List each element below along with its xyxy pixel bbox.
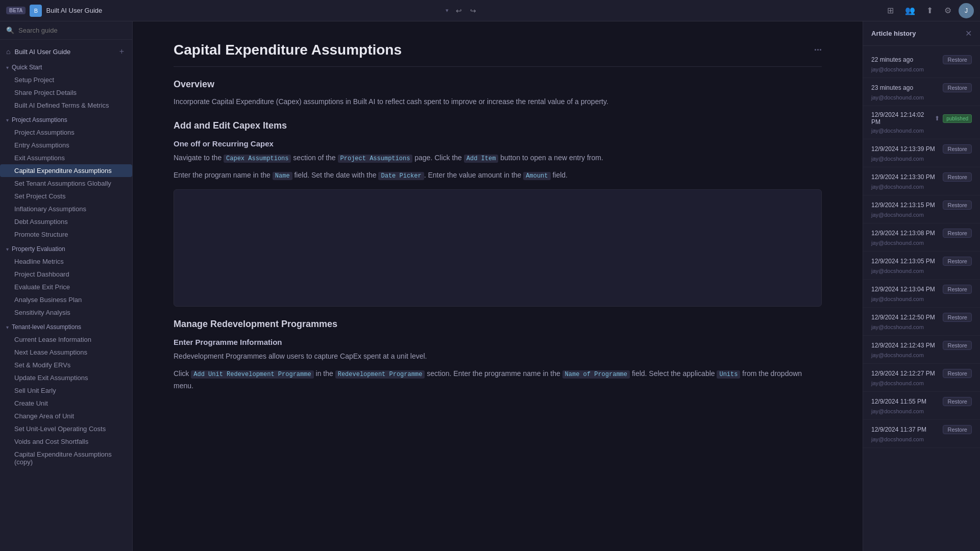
sidebar-item-setup-project[interactable]: Setup Project <box>0 73 132 86</box>
sidebar-item-change-area[interactable]: Change Area of Unit <box>0 410 132 422</box>
sidebar-item-project-dashboard[interactable]: Project Dashboard <box>0 268 132 281</box>
sidebar-home[interactable]: ⌂ Built AI User Guide + <box>0 44 132 59</box>
history-item-top: 12/9/2024 12:13:04 PMRestore <box>871 285 972 294</box>
published-badge: published <box>943 114 972 123</box>
history-timestamp: 12/9/2024 12:12:43 PM <box>871 342 935 349</box>
history-timestamp: 12/9/2024 12:13:15 PM <box>871 202 935 209</box>
sidebar-item-set-tenant-assumptions[interactable]: Set Tenant Assumptions Globally <box>0 177 132 190</box>
history-user: jay@docshound.com <box>871 184 972 190</box>
overview-text: Incorporate Capital Expenditure (Capex) … <box>174 96 822 108</box>
sidebar-item-headline-metrics[interactable]: Headline Metrics <box>0 255 132 268</box>
sidebar-item-inflationary-assumptions[interactable]: Inflationary Assumptions <box>0 203 132 215</box>
user-avatar[interactable]: J <box>959 3 974 18</box>
sidebar-home-label: Built AI User Guide <box>14 48 113 56</box>
history-user: jay@docshound.com <box>871 296 972 302</box>
history-item: 22 minutes agoRestorejay@docshound.com <box>863 50 980 78</box>
sidebar-item-voids-shortfalls[interactable]: Voids and Cost Shortfalls <box>0 435 132 448</box>
overview-heading: Overview <box>174 79 822 90</box>
sidebar-item-project-assumptions[interactable]: Project Assumptions <box>0 126 132 139</box>
one-off-para2: Enter the program name in the Name field… <box>174 169 822 182</box>
doc-icon: B <box>30 5 42 17</box>
sidebar-item-evaluate-exit-price[interactable]: Evaluate Exit Price <box>0 281 132 293</box>
history-item-top: 12/9/2024 12:13:30 PMRestore <box>871 172 972 182</box>
history-header: Article history ✕ <box>863 21 980 46</box>
restore-button[interactable]: Restore <box>943 144 972 154</box>
article-title-text: Capital Expenditure Assumptions <box>174 42 402 58</box>
restore-button[interactable]: Restore <box>943 313 972 322</box>
restore-button[interactable]: Restore <box>943 341 972 350</box>
section-quick-start-header[interactable]: ▾ Quick Start <box>0 61 132 73</box>
history-timestamp: 12/9/2024 12:13:08 PM <box>871 230 935 237</box>
history-item: 12/9/2024 12:12:27 PMRestorejay@docshoun… <box>863 364 980 392</box>
section-property-evaluation-header[interactable]: ▾ Property Evaluation <box>0 243 132 255</box>
history-title: Article history <box>871 30 916 37</box>
history-item-top: 12/9/2024 12:12:50 PMRestore <box>871 313 972 322</box>
restore-button[interactable]: Restore <box>943 397 972 406</box>
undo-button[interactable]: ↩ <box>453 5 465 17</box>
sidebar-item-update-exit[interactable]: Update Exit Assumptions <box>0 371 132 384</box>
history-user: jay@docshound.com <box>871 436 972 442</box>
restore-button[interactable]: Restore <box>943 369 972 378</box>
section-tenant-assumptions-header[interactable]: ▾ Tenant-level Assumptions <box>0 321 132 333</box>
sidebar-item-capex-copy[interactable]: Capital Expenditure Assumptions (copy) <box>0 448 132 468</box>
history-close-button[interactable]: ✕ <box>965 29 972 38</box>
restore-button[interactable]: Restore <box>943 257 972 266</box>
history-item-top: 12/9/2024 12:13:39 PMRestore <box>871 144 972 154</box>
history-item: 12/9/2024 12:13:05 PMRestorejay@docshoun… <box>863 252 980 280</box>
restore-button[interactable]: Restore <box>943 285 972 294</box>
restore-button[interactable]: Restore <box>943 83 972 92</box>
sidebar-item-set-modify-ervs[interactable]: Set & Modify ERVs <box>0 359 132 371</box>
grid-button[interactable]: ⊞ <box>883 4 898 17</box>
history-user: jay@docshound.com <box>871 66 972 72</box>
project-assumptions-code: Project Assumptions <box>338 155 413 163</box>
enter-info-text: Redevelopment Programmes allow users to … <box>174 350 822 363</box>
chevron-down-icon: ▾ <box>6 65 9 70</box>
sidebar-item-analyse-business-plan[interactable]: Analyse Business Plan <box>0 293 132 306</box>
article-title-row: Capital Expenditure Assumptions ··· <box>174 42 822 58</box>
sidebar-item-share-project[interactable]: Share Project Details <box>0 86 132 99</box>
redo-button[interactable]: ↪ <box>467 5 479 17</box>
sidebar-item-debt-assumptions[interactable]: Debt Assumptions <box>0 215 132 228</box>
sidebar-item-set-unit-operating-costs[interactable]: Set Unit-Level Operating Costs <box>0 422 132 435</box>
history-user: jay@docshound.com <box>871 380 972 386</box>
sidebar-item-entry-assumptions[interactable]: Entry Assumptions <box>0 139 132 152</box>
restore-button[interactable]: Restore <box>943 425 972 434</box>
settings-button[interactable]: ⚙ <box>940 4 955 17</box>
restore-button[interactable]: Restore <box>943 201 972 210</box>
sidebar-item-sell-unit-early[interactable]: Sell Unit Early <box>0 384 132 397</box>
restore-button[interactable]: Restore <box>943 172 972 182</box>
sidebar-item-sensitivity-analysis[interactable]: Sensitivity Analysis <box>0 306 132 319</box>
restore-button[interactable]: Restore <box>943 229 972 238</box>
history-user: jay@docshound.com <box>871 128 972 134</box>
history-timestamp: 22 minutes ago <box>871 56 913 63</box>
sidebar-item-set-project-costs[interactable]: Set Project Costs <box>0 190 132 203</box>
add-page-button[interactable]: + <box>117 47 126 56</box>
sidebar-item-promote-structure[interactable]: Promote Structure <box>0 228 132 241</box>
share-icon: ⬆ <box>935 115 940 122</box>
sidebar-item-exit-assumptions[interactable]: Exit Assumptions <box>0 152 132 164</box>
sidebar-search-bar: 🔍 <box>0 21 132 40</box>
sidebar-item-create-unit[interactable]: Create Unit <box>0 397 132 410</box>
upload-button[interactable]: ⬆ <box>922 4 937 17</box>
history-scroll: 22 minutes agoRestorejay@docshound.com23… <box>863 46 980 551</box>
history-item-top: 12/9/2024 12:12:43 PMRestore <box>871 341 972 350</box>
section-project-assumptions-header[interactable]: ▾ Project Assumptions <box>0 114 132 126</box>
manage-heading: Manage Redevelopment Programmes <box>174 319 822 330</box>
add-edit-heading: Add and Edit Capex Items <box>174 120 822 131</box>
history-user: jay@docshound.com <box>871 94 972 101</box>
sidebar-item-capex-assumptions[interactable]: Capital Expenditure Assumptions <box>0 164 132 177</box>
history-item-top: 12/9/2024 11:37 PMRestore <box>871 425 972 434</box>
search-input[interactable] <box>18 27 126 34</box>
share-button[interactable]: 👥 <box>901 4 919 17</box>
click-para: Click Add Unit Redevelopment Programme i… <box>174 368 822 392</box>
history-timestamp: 12/9/2024 11:55 PM <box>871 398 926 405</box>
history-item-top: 12/9/2024 12:14:02 PM⬆published <box>871 111 972 126</box>
history-user: jay@docshound.com <box>871 352 972 358</box>
restore-button[interactable]: Restore <box>943 55 972 64</box>
sidebar-item-next-lease[interactable]: Next Lease Assumptions <box>0 346 132 359</box>
history-timestamp: 12/9/2024 12:14:02 PM <box>871 111 935 126</box>
article-menu-icon[interactable]: ··· <box>814 45 822 56</box>
sidebar-item-current-lease[interactable]: Current Lease Information <box>0 333 132 346</box>
beta-badge: BETA <box>6 7 26 14</box>
sidebar-item-built-ai-terms[interactable]: Built AI Defined Terms & Metrics <box>0 99 132 112</box>
